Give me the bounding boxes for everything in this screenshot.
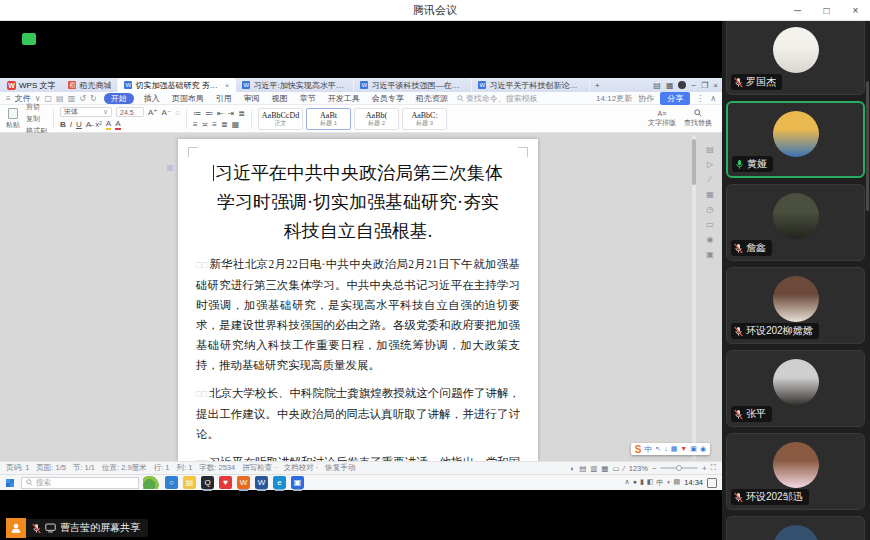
font-name-select[interactable]: 宋体∨ <box>60 107 112 117</box>
taskbar-app-qq[interactable]: Q <box>201 476 214 489</box>
wps-close-button[interactable]: × <box>713 81 718 90</box>
start-button[interactable] <box>3 477 17 489</box>
participant-tile[interactable]: 詹鑫 <box>726 184 865 261</box>
menu-item-审阅[interactable]: 审阅 <box>242 93 262 104</box>
side-tool-icon[interactable]: ▭ <box>706 220 714 229</box>
view-outline-icon[interactable]: ▦ <box>601 464 608 473</box>
copy-button[interactable]: 复制 <box>26 114 40 124</box>
shading-button[interactable]: ▦ <box>232 120 240 129</box>
tray-expand-icon[interactable]: ∧ <box>625 478 630 488</box>
cut-button[interactable]: 剪切 <box>26 102 40 112</box>
style-card[interactable]: AaBbCcDd正文 <box>258 108 303 130</box>
tray-icon[interactable]: ◖ <box>666 478 670 488</box>
ime-tool-icon[interactable]: ↖ <box>655 445 661 453</box>
ime-tool-icon[interactable]: ◉ <box>700 445 706 453</box>
strikethrough-button[interactable]: A̶ <box>86 120 91 129</box>
outdent-button[interactable]: ⇤ <box>217 109 224 118</box>
ime-tool-icon[interactable]: ▼ <box>680 445 687 453</box>
wps-minimize-button[interactable]: − <box>691 81 696 90</box>
share-button[interactable]: 分享 <box>660 92 690 105</box>
minimize-button[interactable]: ─ <box>783 0 812 21</box>
wps-restore-button[interactable]: ❐ <box>701 81 708 90</box>
taskbar-app-wps[interactable]: W <box>237 476 250 489</box>
redo-icon[interactable]: ↻ <box>90 94 97 103</box>
menu-item-引用[interactable]: 引用 <box>214 93 234 104</box>
participant-tile[interactable]: 黄娅 <box>726 101 865 178</box>
tray-clock[interactable]: 14:34 <box>684 478 703 487</box>
new-tab-button[interactable]: + <box>590 78 604 92</box>
print-icon[interactable]: ▤ <box>56 94 64 103</box>
taskbar-app-explorer[interactable]: ▤ <box>183 476 196 489</box>
superscript-button[interactable]: x² <box>95 120 102 129</box>
ime-toolbar[interactable]: S 中 ↖↓▦▼▣◉ <box>631 443 710 455</box>
caption-tab[interactable]: W习近平:加快实现高水平科技自立自强.docx <box>236 78 354 92</box>
zoom-level[interactable]: 123% <box>629 464 648 473</box>
view-web-icon[interactable]: ▥ <box>590 464 597 473</box>
participant-tile[interactable] <box>726 516 865 540</box>
side-tool-icon[interactable]: ◉ <box>707 235 714 244</box>
caption-tab[interactable]: W习近平关于科技创新论述摘编.docx <box>472 78 590 92</box>
underline-button[interactable]: U <box>76 120 82 129</box>
style-card[interactable]: AaBt标题 1 <box>306 108 351 130</box>
weather-widget[interactable] <box>143 476 159 489</box>
shrink-font-button[interactable]: A⁻ <box>162 108 172 117</box>
side-tool-icon[interactable]: ∕ <box>709 175 710 184</box>
wps-app-menu[interactable]: W WPS 文字 <box>0 78 62 92</box>
taskbar-app-edge[interactable]: e <box>273 476 286 489</box>
ime-mode-chinese[interactable]: 中 <box>644 444 652 455</box>
doc-page[interactable]: 习近平在中共中央政治局第三次集体学习时强调·切实加强基础研究·夯实科技自立自强根… <box>178 139 538 461</box>
justify-button[interactable]: ≣ <box>221 120 228 129</box>
menu-item-开发工具[interactable]: 开发工具 <box>326 93 362 104</box>
font-size-select[interactable]: 24.5 <box>116 107 144 117</box>
side-tool-icon[interactable]: ◷ <box>707 205 714 214</box>
taskbar-app-meeting[interactable]: ▣ <box>291 476 304 489</box>
menu-item-章节[interactable]: 章节 <box>298 93 318 104</box>
taskbar-app-browser[interactable]: ○ <box>165 476 178 489</box>
participant-tile[interactable]: 张平 <box>726 350 865 427</box>
menu-item-稻壳资源[interactable]: 稻壳资源 <box>414 93 450 104</box>
vertical-scrollbar[interactable] <box>692 135 696 459</box>
caption-tab[interactable]: 稻稻壳商城 <box>62 78 118 92</box>
hamburger-icon[interactable]: ≡ <box>6 94 11 103</box>
indent-button[interactable]: ⇥ <box>228 109 235 118</box>
menu-item-会员专享[interactable]: 会员专享 <box>370 93 406 104</box>
italic-button[interactable]: I <box>70 120 72 129</box>
collab-button[interactable]: 协作 <box>638 93 654 104</box>
ime-tool-icon[interactable]: ▦ <box>671 445 678 453</box>
number-list-button[interactable]: ≕ <box>205 109 213 118</box>
caption-tab[interactable]: W习近平谈科技强国—在两院院士大会上 <box>354 78 472 92</box>
taskbar-app-word[interactable]: W <box>255 476 268 489</box>
menu-item-页面布局[interactable]: 页面布局 <box>170 93 206 104</box>
close-button[interactable]: × <box>841 0 870 21</box>
taskbar-search[interactable]: 搜索 <box>21 477 139 489</box>
tray-icon[interactable]: ▮ <box>640 478 644 488</box>
participant-tile[interactable]: 环设202柳嫦嫦 <box>726 267 865 344</box>
zoom-slider[interactable] <box>660 467 698 469</box>
bullet-list-button[interactable]: ≔ <box>193 109 201 118</box>
fullscreen-button[interactable]: ⛶ <box>711 463 716 473</box>
workspace-icon[interactable]: ▤ <box>653 81 661 90</box>
participant-tile[interactable]: 罗国杰 <box>726 21 865 95</box>
tray-icon[interactable]: 中 <box>656 478 663 488</box>
view-page-icon[interactable]: ▤ <box>579 464 586 473</box>
tray-icon[interactable]: ▤ <box>674 478 681 488</box>
highlight-button[interactable]: A <box>106 119 111 130</box>
share-banner[interactable]: 曹吉莹的屏幕共享 <box>6 518 148 538</box>
tray-icon[interactable]: ◧ <box>647 478 654 488</box>
eye-protect-icon[interactable]: ◐ <box>571 464 576 473</box>
undo-icon[interactable]: ↺ <box>79 94 86 103</box>
sidebar-scrollbar[interactable] <box>866 81 869 211</box>
user-avatar[interactable] <box>678 81 686 89</box>
zoom-out-button[interactable]: − <box>652 464 656 473</box>
style-card[interactable]: AaBb(标题 2 <box>354 108 399 130</box>
skin-icon[interactable]: ▦ <box>666 81 674 90</box>
tray-icon[interactable]: ● <box>633 478 637 488</box>
align-center-button[interactable]: ≍ <box>202 120 209 129</box>
collapse-ribbon-icon[interactable]: ∧ <box>710 94 716 103</box>
taskbar-app-favorites[interactable]: ♥ <box>219 476 232 489</box>
participant-tile[interactable]: 环设202邹迅 <box>726 433 865 510</box>
notification-icon[interactable] <box>707 478 717 488</box>
more-icon[interactable]: ⋮ <box>696 94 704 103</box>
zoom-in-button[interactable]: + <box>702 464 706 473</box>
caption-tab[interactable]: W切实加强基础研究 夯实科技自立自强根基× <box>118 78 236 92</box>
